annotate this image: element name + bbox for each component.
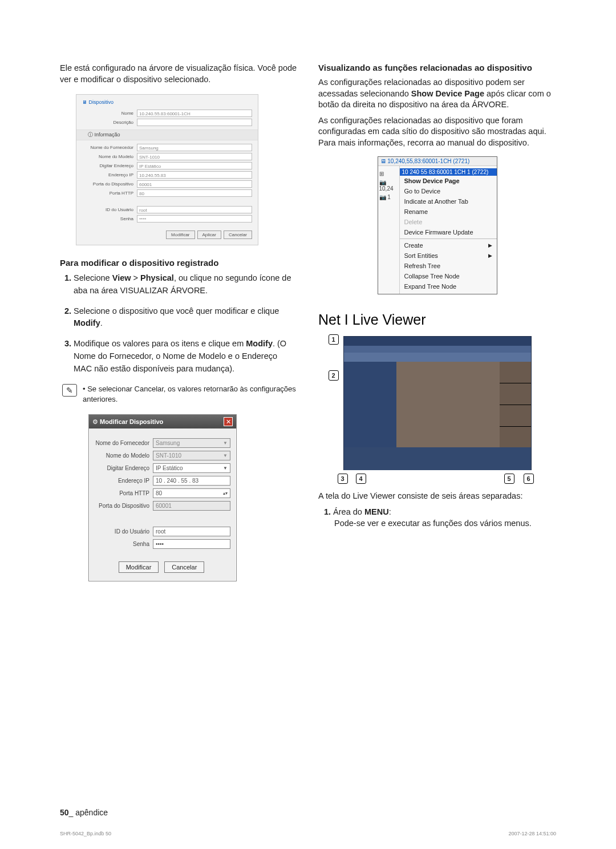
- callout-1: 1: [329, 334, 339, 345]
- chevron-right-icon: ▶: [488, 242, 492, 248]
- vendor-label: Nome do Fornecedor: [82, 145, 133, 150]
- name-input[interactable]: 10.240.55.83:60001-1CH: [137, 110, 252, 117]
- dlg-vendor-label: Nome do Fornecedor: [92, 440, 149, 446]
- desc-input[interactable]: [137, 119, 252, 126]
- ctx-tree-icons: ⊞ 📷 10,24 📷 1: [378, 166, 400, 294]
- model-input[interactable]: SNT-1010: [137, 153, 252, 160]
- chevron-down-icon: ▼: [223, 438, 228, 448]
- ctx-rename[interactable]: Rename: [400, 207, 497, 217]
- plus-icon[interactable]: ⊞: [379, 171, 384, 177]
- addrtype-input[interactable]: IP Estático: [137, 162, 252, 169]
- close-icon[interactable]: ✕: [224, 417, 233, 426]
- ctx-firmware-update[interactable]: Device Firmware Update: [400, 227, 497, 237]
- name-label: Nome: [82, 111, 133, 116]
- intro-text: Ele está configurado na árvore de visual…: [60, 63, 298, 85]
- callout-5: 5: [504, 474, 514, 484]
- info-icon: ⓘ: [88, 132, 95, 138]
- note-row: ✎ Se selecionar Cancelar, os valores ret…: [62, 384, 298, 404]
- lv-thumb: [500, 383, 531, 405]
- model-label: Nome do Modelo: [82, 154, 133, 159]
- ip-input[interactable]: 10.240.55.83: [137, 171, 252, 179]
- dlg-ip-label: Endereço IP: [92, 478, 149, 484]
- devport-input[interactable]: 60001: [137, 180, 252, 188]
- lv-main-video: [396, 362, 500, 447]
- pwd-input[interactable]: ****: [137, 215, 252, 223]
- ctx-indicate-tab[interactable]: Indicate at Another Tab: [400, 196, 497, 207]
- dlg-http-input[interactable]: 80▴▾: [153, 488, 230, 498]
- page-number: 50: [60, 808, 69, 817]
- dlg-user-input[interactable]: root: [153, 527, 230, 536]
- callout-3: 3: [338, 474, 348, 484]
- pwd-label: Senha: [82, 216, 133, 221]
- camera-icon: 📷: [379, 179, 386, 185]
- print-file: SHR-5042_Bp.indb 50: [60, 831, 111, 836]
- area-1: 1. Área do MENU: Pode-se ver e executar …: [324, 507, 556, 529]
- ctx-go-to-device[interactable]: Go to Device: [400, 186, 497, 196]
- lv-menubar: [344, 346, 531, 353]
- device-icon: 🖥: [380, 158, 388, 164]
- dlg-addrtype-select[interactable]: IP Estático▼: [153, 463, 230, 473]
- dlg-pwd-input[interactable]: ••••: [153, 539, 230, 549]
- modify-heading: Para modificar o dispositivo registrado: [60, 258, 298, 268]
- ctx-collapse-node[interactable]: Collapse Tree Node: [400, 271, 497, 281]
- live-viewer-desc: A tela do Live Viewer consiste de seis á…: [318, 491, 556, 502]
- print-date: 2007-12-28 14:51:00: [508, 831, 556, 836]
- apply-button[interactable]: Aplicar: [197, 231, 221, 239]
- funcs-heading: Visualizando as funções relacionadas ao …: [318, 63, 556, 72]
- footer-label: _ apêndice: [69, 808, 108, 817]
- ctx-refresh-tree[interactable]: Refresh Tree: [400, 261, 497, 271]
- addrtype-label: Digitar Endereço: [82, 163, 133, 168]
- callout-2: 2: [329, 370, 339, 381]
- userid-label: ID do Usuário: [82, 207, 133, 212]
- modify-device-dialog: ⚙ Modificar Dispositivo ✕ Nome do Fornec…: [88, 414, 237, 581]
- note-text: Se selecionar Cancelar, os valores retor…: [83, 384, 298, 404]
- spinner-icon[interactable]: ▴▾: [223, 488, 228, 498]
- ctx-expand-node[interactable]: Expand Tree Node: [400, 281, 497, 292]
- dlg-model-label: Nome do Modelo: [92, 452, 149, 459]
- dlg-devport-label: Porta do Dispositivo: [92, 503, 149, 509]
- dlg-ip-input[interactable]: 10 . 240 . 55 . 83: [153, 476, 230, 486]
- step-3: Modifique os valores para os itens e cli…: [74, 338, 298, 375]
- lv-titlebar: [344, 337, 531, 346]
- dlg-http-label: Porta HTTP: [92, 490, 149, 496]
- dlg-cancel-button[interactable]: Cancelar: [164, 561, 204, 573]
- dlg-modify-button[interactable]: Modificar: [119, 561, 159, 573]
- dlg-user-label: ID do Usuário: [92, 528, 149, 535]
- page-footer: 50_ apêndice: [60, 808, 556, 817]
- ctx-separator: [400, 238, 497, 239]
- httpport-input[interactable]: 80: [137, 189, 252, 197]
- context-menu: 🖥 10,240,55,83:60001-1CH (2721) ⊞ 📷 10,2…: [378, 156, 497, 294]
- devport-label: Porta do Dispositivo: [82, 181, 133, 187]
- dlg-vendor-select[interactable]: Samsung▼: [153, 438, 230, 448]
- userid-input[interactable]: root: [137, 206, 252, 213]
- lv-thumb: [500, 362, 531, 383]
- lv-timeline: [344, 447, 531, 470]
- dlg-addrtype-label: Digitar Endereço: [92, 465, 149, 471]
- info-section-label: Informação: [95, 132, 120, 138]
- vendor-input[interactable]: Samsung: [137, 144, 252, 151]
- desc-label: Descrição: [82, 120, 133, 125]
- left-column: Ele está configurado na árvore de visual…: [60, 63, 298, 581]
- httpport-label: Porta HTTP: [82, 191, 133, 196]
- live-viewer-heading: Net I Live Viewer: [318, 312, 556, 328]
- step-2: Selecione o dispositivo que você quer mo…: [74, 305, 298, 330]
- ctx-create[interactable]: Create▶: [400, 240, 497, 250]
- note-icon: ✎: [62, 384, 77, 397]
- modify-button[interactable]: Modificar: [166, 231, 194, 239]
- ctx-show-device-page[interactable]: Show Device Page: [400, 176, 497, 186]
- dialog-icon: ⚙: [92, 418, 100, 425]
- funcs-p1: As configurações relacionadas ao disposi…: [318, 77, 556, 111]
- dialog-title: Modificar Dispositivo: [100, 418, 163, 425]
- funcs-p2: As configurações relacionadas ao disposi…: [318, 115, 556, 149]
- step-1: Selecione View > Physical, ou clique no …: [74, 272, 298, 297]
- modify-steps: Selecione View > Physical, ou clique no …: [74, 272, 298, 375]
- cancel-button[interactable]: Cancelar: [224, 231, 252, 239]
- print-footer: SHR-5042_Bp.indb 50 2007-12-28 14:51:00: [60, 831, 556, 836]
- chevron-down-icon: ▼: [223, 463, 228, 473]
- dlg-model-select[interactable]: SNT-1010▼: [153, 451, 230, 460]
- ctx-sort-entities[interactable]: Sort Entities▶: [400, 250, 497, 261]
- lv-thumb: [500, 405, 531, 426]
- chevron-right-icon: ▶: [488, 253, 492, 258]
- dlg-devport-input[interactable]: 60001: [153, 501, 230, 511]
- ctx-delete: Delete: [400, 217, 497, 227]
